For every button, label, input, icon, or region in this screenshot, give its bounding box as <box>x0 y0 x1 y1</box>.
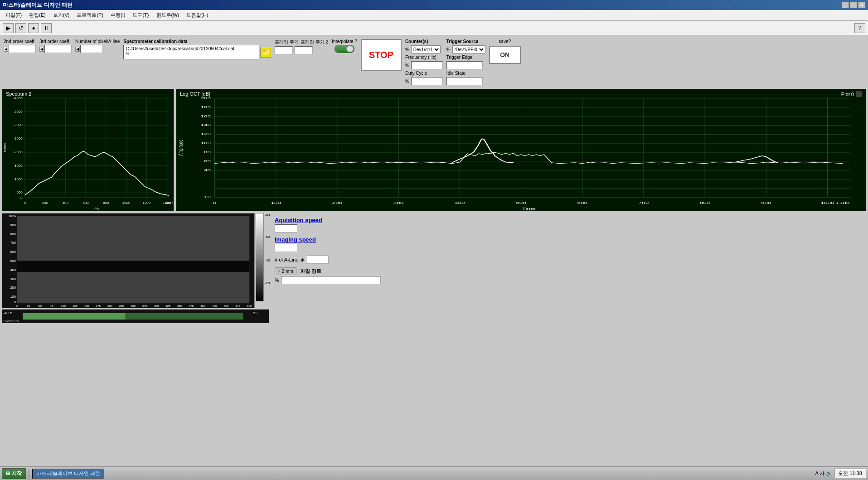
minimize-button[interactable]: _ <box>842 2 849 8</box>
svg-text:500: 500 <box>516 201 526 205</box>
svg-text:800: 800 <box>103 201 109 205</box>
trigger-source-row: % /Dev1/PFI0 <box>446 45 485 53</box>
third-order-decrement[interactable]: ◀ <box>39 47 44 52</box>
title-bar-buttons: _ □ ✕ <box>842 2 865 8</box>
svg-text:-500: -500 <box>15 190 23 194</box>
svg-text:Time: Time <box>522 207 536 211</box>
svg-text:100: 100 <box>61 304 66 307</box>
aline-input[interactable]: 500 <box>306 256 329 264</box>
npa-group: Number of pixel/A-line ◀ 2048 <box>75 39 120 53</box>
idle-state-input[interactable]: Low <box>446 77 483 85</box>
svg-text:1200: 1200 <box>142 201 150 205</box>
menu-project[interactable]: 프로젝트(P) <box>73 11 107 19</box>
counter-duty-input[interactable]: 0.20 <box>411 77 443 85</box>
second-order-coeff-group: 2nd-order coeff. ◀ 0 <box>4 39 36 53</box>
trigger-source-select[interactable]: /Dev1/PFI0 <box>452 45 485 53</box>
spectrometer-path-line1: C:#Users#user#Desktop#rescaling#20120504… <box>126 46 257 51</box>
record-button[interactable]: ● <box>28 23 39 33</box>
file-path-input[interactable]: C:#Users#user#Desktop#2015_0727_ <box>281 276 381 284</box>
acquisition-speed-label: Aquisition speed <box>275 217 863 223</box>
npa-decrement[interactable]: ◀ <box>75 47 80 52</box>
svg-text:100: 100 <box>201 141 211 145</box>
plot-label: Plot 0 ⬛ <box>841 91 862 97</box>
npa-input[interactable]: 2048 <box>80 45 103 53</box>
counter-dev-row: % Dev1/ctr1 <box>405 45 443 53</box>
help-button[interactable]: ? <box>854 23 865 33</box>
svg-text:900: 900 <box>761 201 771 205</box>
play-button[interactable]: ▶ <box>3 23 14 33</box>
title-bar: 마스터/슬레이브 디자인 패턴 _ □ ✕ <box>0 0 868 10</box>
counter-freq-input[interactable]: 4000.00 <box>411 61 443 69</box>
counter-dev-select[interactable]: Dev1/ctr1 <box>411 45 441 53</box>
menu-view[interactable]: 보기(V) <box>49 11 73 19</box>
imaging-speed-input[interactable]: 8.3 <box>275 244 297 252</box>
file-path-prefix: % <box>275 277 279 283</box>
close-button[interactable]: ✕ <box>858 2 865 8</box>
svg-text:0: 0 <box>213 201 217 205</box>
svg-text:400: 400 <box>10 268 15 272</box>
svg-text:425: 425 <box>212 304 217 307</box>
file-path-header: ~ 2 mm 파일 경로 <box>275 267 863 275</box>
aline-label: # of A-Line <box>275 257 299 262</box>
spectrometer-path-box: C:#Users#user#Desktop#rescaling#20120504… <box>123 45 259 59</box>
svg-text:0: 0 <box>24 201 26 205</box>
svg-text:-2500: -2500 <box>13 136 23 141</box>
controls-row: 2nd-order coeff. ◀ 0 3rd-order coeff. ◀ … <box>2 37 866 87</box>
pause-button[interactable]: ⏸ <box>41 23 52 33</box>
save-on-button[interactable]: ON <box>489 46 521 64</box>
log-oct-title: Log OCT [dB] <box>180 91 210 97</box>
menu-window[interactable]: 윈도우(W) <box>153 11 183 19</box>
svg-text:600: 600 <box>577 201 587 205</box>
frame-rate1-label: 프레임 주기 <box>275 39 299 45</box>
trigger-source-label: Trigger Source <box>446 39 485 44</box>
svg-text:125: 125 <box>73 304 78 307</box>
save-on-label: ON <box>500 51 509 58</box>
menu-run[interactable]: 수행(I) <box>107 11 129 19</box>
maximize-button[interactable]: □ <box>850 2 857 8</box>
menu-file[interactable]: 파일(F) <box>2 11 25 19</box>
svg-text:600: 600 <box>10 250 15 254</box>
second-order-coeff-input[interactable]: 0 <box>9 45 36 53</box>
log-oct-svg: 200 180 160 140 120 100 80 60 40 10 0 10… <box>176 89 866 211</box>
second-order-decrement[interactable]: ◀ <box>4 47 8 52</box>
trigger-edge-label: Trigger Edge <box>446 55 485 60</box>
third-order-coeff-group: 3rd-order coeff. ◀ 0 <box>39 39 72 53</box>
file-path-section: ~ 2 mm 파일 경로 % C:#Users#user#Desktop#201… <box>275 267 863 284</box>
third-order-coeff-input[interactable]: 0 <box>44 45 72 53</box>
svg-text:700: 700 <box>10 241 15 245</box>
svg-text:1000: 1000 <box>820 201 834 205</box>
svg-text:200: 200 <box>10 286 15 290</box>
spectrometer-browse-button[interactable]: 📁 <box>260 47 271 58</box>
frame-labels: 프레임 주기 프레임 주기 2 <box>275 39 328 45</box>
frame-section: 프레임 주기 프레임 주기 2 120 124 <box>275 39 328 54</box>
colorbar-top: -80 <box>265 213 270 217</box>
svg-text:40: 40 <box>204 168 211 172</box>
start-button[interactable]: ⊞ 시작 <box>2 468 26 479</box>
svg-text:180: 180 <box>201 105 211 109</box>
menu-help[interactable]: 도움말(H) <box>183 11 212 19</box>
svg-text:-3500: -3500 <box>13 110 23 114</box>
svg-text:900: 900 <box>10 223 15 227</box>
colorbar-mid1: -60 <box>265 235 270 239</box>
menu-edit[interactable]: 편집(E) <box>25 11 49 19</box>
svg-text:150: 150 <box>84 304 89 307</box>
imaging-speed-label: Imaging speed <box>275 236 863 243</box>
toolbar: ▶ ↺ ● ⏸ ? <box>0 21 868 35</box>
stop-button[interactable]: STOP <box>361 39 402 71</box>
acquisition-speed-input[interactable]: 8.1 <box>275 224 297 233</box>
svg-text:120: 120 <box>201 132 211 136</box>
interpolate-toggle[interactable] <box>335 45 354 53</box>
svg-text:300: 300 <box>10 277 15 281</box>
tray-icons: A 가 🔊 <box>815 470 833 477</box>
bscan-panel: 1024 900 800 700 600 500 400 300 200 100… <box>2 213 269 477</box>
bscan-with-colorbar: 1024 900 800 700 600 500 400 300 200 100… <box>2 213 269 308</box>
refresh-button[interactable]: ↺ <box>15 23 26 33</box>
svg-text:-1000: -1000 <box>13 177 23 181</box>
trigger-edge-input[interactable]: Falling <box>446 61 483 69</box>
taskbar-active-app[interactable]: 마스터/슬레이브 디자인 패턴 <box>32 469 104 479</box>
spectrum-small-svg: -4095 50~ Spectrum <box>2 310 269 323</box>
spectrum-small-chart: -4095 50~ Spectrum <box>2 309 269 323</box>
menu-tools[interactable]: 도구(T) <box>129 11 152 19</box>
frame-rate2-input[interactable]: 124 <box>295 46 313 54</box>
frame-rate1-input[interactable]: 120 <box>275 46 293 54</box>
